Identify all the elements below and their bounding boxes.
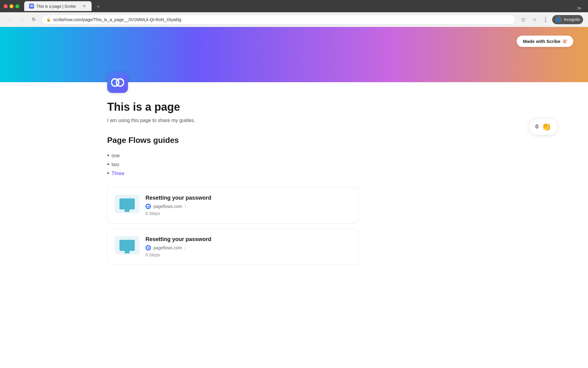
minimize-window-button[interactable] xyxy=(9,4,13,8)
bookmark-icon[interactable]: ☆ xyxy=(530,15,539,24)
page-title: This is a page xyxy=(107,101,564,113)
clap-button[interactable]: 0 👏 xyxy=(529,119,557,135)
scribe-line-1 xyxy=(563,40,567,40)
browser-menu-button[interactable]: ⋮ xyxy=(541,15,550,24)
list-item-text: one xyxy=(111,153,120,159)
security-icon: 🔒 xyxy=(46,17,51,22)
hero-banner: Made with Scribe xyxy=(0,27,588,82)
incognito-avatar-icon: 👤 xyxy=(555,16,562,23)
list-item-text: two xyxy=(111,162,119,167)
guide-meta-2: pageflows.com | xyxy=(145,245,351,251)
tab-close-button[interactable]: ✕ xyxy=(82,4,87,9)
guide-steps-1: 8 Steps xyxy=(145,211,351,216)
cast-icon[interactable]: ⊡ xyxy=(519,15,528,24)
list-item: one xyxy=(107,151,564,160)
list-item-text: Three xyxy=(111,171,124,176)
guide-steps-2: 8 Steps xyxy=(145,252,351,257)
guide-domain-1: pageflows.com xyxy=(153,204,182,209)
tab-favicon xyxy=(29,4,34,9)
url-text: scribehow.com/page/This_is_a_page__0V1MW… xyxy=(53,17,511,22)
scribe-lines-icon xyxy=(563,40,567,43)
page-description: I am using this page to share my guides. xyxy=(107,118,564,123)
guide-list: one two Three xyxy=(107,151,564,178)
pageflows-favicon-icon xyxy=(145,204,151,209)
guide-meta-1: pageflows.com | xyxy=(145,204,351,209)
title-bar: This is a page | Scribe ✕ + ≫ xyxy=(0,0,588,12)
incognito-button[interactable]: 👤 Incognito xyxy=(552,15,583,24)
made-with-scribe-label: Made with Scribe xyxy=(523,39,560,44)
scribe-line-3 xyxy=(563,42,567,43)
list-item: two xyxy=(107,160,564,169)
active-tab[interactable]: This is a page | Scribe ✕ xyxy=(24,1,92,11)
guide-thumbnail-2 xyxy=(115,236,139,255)
back-button[interactable]: ← xyxy=(5,15,13,24)
new-tab-button[interactable]: + xyxy=(94,2,103,11)
url-bar[interactable]: 🔒 scribehow.com/page/This_is_a_page__0V1… xyxy=(42,15,515,25)
guide-card-title-2: Resetting your password xyxy=(145,236,351,243)
guide-thumbnail-1 xyxy=(115,195,139,213)
section-title: Page Flows guides xyxy=(107,136,564,145)
browser-chrome: This is a page | Scribe ✕ + ≫ ← → ↻ 🔒 sc… xyxy=(0,0,588,27)
tab-title: This is a page | Scribe xyxy=(36,4,79,9)
scribe-line-2 xyxy=(563,41,566,42)
guide-card-title-1: Resetting your password xyxy=(145,195,351,201)
made-with-scribe-button[interactable]: Made with Scribe xyxy=(517,36,573,47)
reload-button[interactable]: ↻ xyxy=(29,15,38,24)
list-item-highlighted: Three xyxy=(107,169,564,178)
guide-domain-2: pageflows.com xyxy=(153,245,182,250)
maximize-window-button[interactable] xyxy=(15,4,19,8)
guide-card-1[interactable]: Resetting your password pageflows.com | … xyxy=(107,187,358,224)
guide-info-1: Resetting your password pageflows.com | … xyxy=(145,195,351,216)
monitor-icon xyxy=(119,198,135,209)
guide-info-2: Resetting your password pageflows.com | … xyxy=(145,236,351,257)
monitor-icon xyxy=(119,240,135,251)
tabs-more-button[interactable]: ≫ xyxy=(577,5,584,11)
forward-button[interactable]: → xyxy=(17,15,26,24)
browser-actions: ⊡ ☆ ⋮ 👤 Incognito xyxy=(519,15,583,24)
clap-emoji-icon: 👏 xyxy=(541,122,551,132)
page-wrapper: Made with Scribe 0 👏 This is a page xyxy=(0,27,588,265)
clap-count: 0 xyxy=(535,124,538,130)
guide-card-2[interactable]: Resetting your password pageflows.com | … xyxy=(107,228,358,265)
close-window-button[interactable] xyxy=(4,4,8,8)
svg-point-1 xyxy=(31,5,33,7)
traffic-lights xyxy=(4,4,19,8)
pageflows-favicon-icon-2 xyxy=(145,245,151,251)
address-bar: ← → ↻ 🔒 scribehow.com/page/This_is_a_pag… xyxy=(0,12,588,27)
